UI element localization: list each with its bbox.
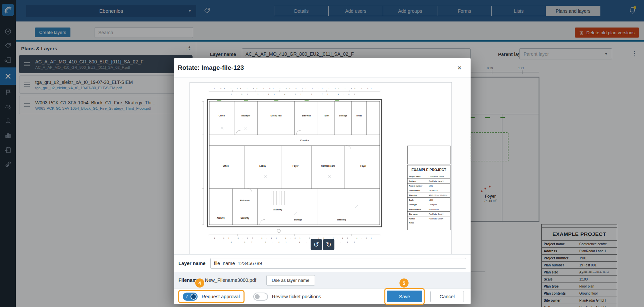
use-as-layer-name-button[interactable]: Use as layer name bbox=[266, 275, 315, 286]
svg-text:4.01 4.87 0.98 4.01 6.: 4.01 4.87 0.98 4.01 6.01 2.40 4.01 bbox=[214, 238, 372, 239]
request-approval-toggle[interactable]: ✓ bbox=[183, 293, 198, 301]
svg-text:Storage: Storage bbox=[339, 114, 347, 117]
save-button[interactable]: Save bbox=[387, 291, 422, 302]
annotation-badge-5: 5 bbox=[399, 278, 409, 288]
svg-text:5.01 3.99 4.01 1.71 4.: 5.01 3.99 4.01 1.71 4.01 bbox=[231, 94, 355, 95]
cancel-button[interactable]: Cancel bbox=[430, 291, 464, 302]
svg-text:Office: Office bbox=[223, 165, 229, 167]
svg-text:4.87 6.01 4.01 0.98: 4.87 6.01 4.01 0.98 bbox=[231, 242, 355, 243]
toggle-knob bbox=[191, 294, 197, 300]
request-approval-label: Request approval bbox=[202, 294, 240, 299]
plan-page: 1.98 2.48 1.48 2.01 3.99 4.01 1.71 2.40 … bbox=[190, 82, 452, 254]
svg-text:Control room: Control room bbox=[321, 165, 335, 167]
svg-text:Toilet: Toilet bbox=[356, 114, 362, 117]
svg-text:1.98 2.48 1.48 2.01 3.: 1.98 2.48 1.48 2.01 3.99 4.01 1.71 2.40 … bbox=[214, 88, 372, 90]
toggle-knob bbox=[255, 294, 260, 299]
svg-text:Toilet: Toilet bbox=[324, 114, 330, 117]
preview-title-block: EXAMPLE PROJECT Project nameConference c… bbox=[407, 165, 450, 230]
svg-text:Entrance: Entrance bbox=[240, 199, 250, 202]
modal-header: Rotate: Image-file-123 × bbox=[174, 58, 471, 78]
modal-title: Rotate: Image-file-123 bbox=[178, 64, 244, 71]
title-block-stamp-box bbox=[407, 146, 450, 164]
app: Ebenenlos ▼ Details Add users Add groups… bbox=[0, 0, 644, 307]
modal-footer: ✓ Request approval Review ticket positio… bbox=[174, 289, 471, 304]
modal-layer-name-input[interactable] bbox=[210, 258, 466, 269]
annotation-box-5: Save bbox=[384, 288, 425, 305]
review-ticket-positions-toggle[interactable] bbox=[253, 293, 268, 301]
review-ticket-positions-group: Review ticket positions bbox=[253, 293, 321, 301]
modal-layer-name-label: Layer name bbox=[178, 261, 206, 266]
svg-text:Foyer: Foyer bbox=[360, 165, 366, 167]
svg-text:Archive: Archive bbox=[217, 217, 225, 219]
check-icon: ✓ bbox=[185, 294, 189, 299]
svg-text:Lobby: Lobby bbox=[259, 165, 266, 167]
svg-text:Manager: Manager bbox=[241, 114, 251, 117]
annotation-box-4: ✓ Request approval bbox=[178, 290, 245, 303]
svg-text:Washing: Washing bbox=[337, 218, 346, 221]
svg-text:Stairway: Stairway bbox=[302, 114, 311, 117]
rotate-cw-icon: ↻ bbox=[326, 241, 332, 248]
review-ticket-positions-label: Review ticket positions bbox=[272, 294, 321, 299]
svg-text:Storage: Storage bbox=[294, 218, 302, 221]
svg-text:Dining hall: Dining hall bbox=[270, 114, 281, 117]
rotate-counterclockwise-button[interactable]: ↺ bbox=[311, 239, 322, 250]
modal-filename-row: Filename New_Filename3000.pdf Use as lay… bbox=[174, 272, 471, 289]
close-icon[interactable]: × bbox=[458, 64, 462, 71]
annotation-badge-4: 4 bbox=[195, 278, 204, 288]
svg-text:Corridor: Corridor bbox=[300, 139, 309, 142]
plan-preview-area: 1.98 2.48 1.48 2.01 3.99 4.01 1.71 2.40 … bbox=[174, 78, 471, 254]
svg-text:Security: Security bbox=[240, 217, 249, 219]
filename-value: New_Filename3000.pdf bbox=[205, 277, 256, 283]
svg-text:Foyer: Foyer bbox=[292, 165, 299, 167]
modal-layer-name-row: Layer name bbox=[174, 254, 471, 272]
svg-text:Office: Office bbox=[219, 114, 225, 117]
svg-text:Stairway: Stairway bbox=[273, 208, 282, 211]
rotate-image-modal: Rotate: Image-file-123 × 1.98 2.48 1.48 … bbox=[174, 58, 471, 304]
title-block-title: EXAMPLE PROJECT bbox=[408, 165, 450, 174]
rotate-ccw-icon: ↺ bbox=[314, 241, 319, 248]
floorplan-drawing: 1.98 2.48 1.48 2.01 3.99 4.01 1.71 2.40 … bbox=[194, 85, 395, 252]
rotate-clockwise-button[interactable]: ↻ bbox=[323, 239, 334, 250]
